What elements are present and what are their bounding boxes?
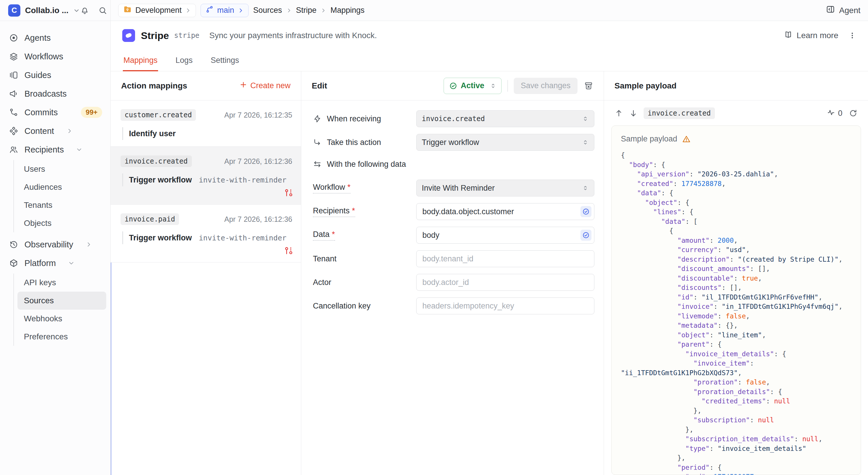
create-new-button[interactable]: Create new <box>239 81 290 91</box>
payload-card-title: Sample payload <box>621 134 677 144</box>
payload-line: "amount": 2000, <box>621 236 858 245</box>
learn-more-button[interactable]: Learn more <box>784 30 838 41</box>
action-mappings-title: Action mappings <box>121 81 187 91</box>
swap-arrows-icon <box>313 160 322 168</box>
tab-mappings[interactable]: Mappings <box>123 51 158 71</box>
select-chevrons-icon <box>582 139 589 146</box>
event-chip: customer.created <box>121 109 196 121</box>
recipients-control <box>416 203 594 220</box>
recipients-row: Recipients <box>313 203 592 220</box>
breadcrumb-item-mappings[interactable]: Mappings <box>330 6 365 15</box>
actor-control <box>416 274 594 291</box>
sidebar-item-agents[interactable]: Agents <box>0 29 110 47</box>
observability-icon <box>9 240 19 249</box>
recipients-icon <box>9 145 19 155</box>
sidebar-subsection: UsersAudiencesTenantsObjects <box>13 160 110 232</box>
mapping-timestamp: Apr 7 2026, 16:12:36 <box>224 157 292 166</box>
recipients-input[interactable] <box>416 203 594 220</box>
sidebar-item-tenants[interactable]: Tenants <box>18 196 106 214</box>
payload-line: "metadata": {}, <box>621 321 858 330</box>
data-label: Data <box>313 230 416 241</box>
sidebar-item-api-keys[interactable]: API keys <box>18 274 106 292</box>
uncommitted-changes-icon <box>283 246 292 256</box>
payload-line: "created": 1774528878, <box>621 179 858 189</box>
actor-input[interactable] <box>416 274 594 291</box>
sidebar-item-platform[interactable]: Platform <box>0 254 110 273</box>
kebab-menu-icon[interactable] <box>848 31 856 40</box>
sidebar-item-content[interactable]: Content <box>0 122 110 140</box>
workspace-switcher[interactable]: C Collab.io ... <box>8 4 80 17</box>
workspace-name: Collab.io ... <box>25 6 68 15</box>
notifications-bell-icon[interactable] <box>80 6 89 15</box>
sidebar-item-users[interactable]: Users <box>18 160 106 178</box>
payload-json[interactable]: { "body": { "api_version": "2026-03-25.d… <box>621 151 858 475</box>
sidebar-item-webhooks[interactable]: Webhooks <box>18 310 106 328</box>
delete-mapping-icon[interactable] <box>584 81 593 91</box>
mapping-status-row <box>121 188 292 198</box>
warning-triangle-icon <box>682 135 691 144</box>
sidebar-item-label: Workflows <box>25 52 63 61</box>
sidebar-item-observability[interactable]: Observability <box>0 235 110 254</box>
app-window: C Collab.io ... Development <box>0 0 868 475</box>
sidebar-item-objects[interactable]: Objects <box>18 214 106 232</box>
create-new-label: Create new <box>250 81 290 90</box>
chevron-down-icon <box>76 147 82 153</box>
workflow-select[interactable]: Invite With Reminder <box>416 180 594 196</box>
tab-settings[interactable]: Settings <box>210 51 240 71</box>
workspace-section: C Collab.io ... <box>0 0 111 21</box>
event-chip: invoice.paid <box>121 213 179 225</box>
sidebar-item-broadcasts[interactable]: Broadcasts <box>0 85 110 103</box>
mapping-item-top: invoice.paidApr 7 2026, 16:12:36 <box>121 213 292 225</box>
tenant-row: Tenant <box>313 250 592 267</box>
payload-line: "api_version": "2026-03-25.dahlia", <box>621 169 858 179</box>
refresh-icon[interactable] <box>849 109 858 118</box>
breadcrumb-environment[interactable]: Development <box>118 4 196 17</box>
sidebar-item-preferences[interactable]: Preferences <box>18 328 106 346</box>
source-page-header: Stripe stripe Sync your payments infrast… <box>111 21 868 71</box>
with-data-label: With the following data <box>313 160 406 169</box>
search-icon[interactable] <box>98 6 107 15</box>
data-input[interactable] <box>416 227 594 244</box>
when-receiving-select[interactable]: invoice.created <box>416 110 594 127</box>
arrow-up-icon[interactable] <box>615 109 623 118</box>
divider <box>507 80 508 92</box>
header-actions: Learn more <box>784 30 856 41</box>
select-chevrons-icon <box>490 83 497 89</box>
mapping-item-top: invoice.createdApr 7 2026, 16:12:36 <box>121 155 292 167</box>
source-description: Sync your payments infrastructure with K… <box>209 31 377 40</box>
tenant-input[interactable] <box>416 250 594 267</box>
mapping-action: Trigger workflow <box>129 233 192 243</box>
payload-card: Sample payload { "body": { "api_version"… <box>611 125 861 475</box>
arrow-down-icon[interactable] <box>629 109 638 118</box>
payload-line: "discount_amounts": [], <box>621 264 858 274</box>
take-action-control: Trigger workflow <box>416 134 594 151</box>
chevron-right-icon <box>238 7 244 13</box>
git-branch-icon <box>206 5 214 15</box>
breadcrumb-item-stripe[interactable]: Stripe <box>296 6 317 15</box>
mapping-list: customer.createdApr 7 2026, 16:12:35Iden… <box>111 100 301 475</box>
breadcrumb-item-sources[interactable]: Sources <box>253 6 282 15</box>
mapping-item-invoice.created[interactable]: invoice.createdApr 7 2026, 16:12:36Trigg… <box>111 147 301 204</box>
save-changes-button[interactable]: Save changes <box>514 78 578 94</box>
tab-logs[interactable]: Logs <box>175 51 193 71</box>
payload-line: "invoice_item_details": { <box>621 349 858 359</box>
chevron-right-icon <box>320 7 326 13</box>
chevron-right-icon <box>86 241 92 248</box>
take-action-select[interactable]: Trigger workflow <box>416 134 594 151</box>
status-select[interactable]: Active <box>444 78 501 94</box>
sidebar-item-recipients[interactable]: Recipients <box>0 140 110 159</box>
sidebar-item-sources[interactable]: Sources <box>18 292 106 310</box>
chevron-right-icon <box>286 7 292 13</box>
activity-icon <box>827 108 835 119</box>
cancellation-key-input[interactable] <box>416 297 594 314</box>
breadcrumb-branch[interactable]: main <box>200 4 249 17</box>
sidebar-item-guides[interactable]: Guides <box>0 66 110 85</box>
uncommitted-changes-icon <box>283 188 292 198</box>
sidebar-item-commits[interactable]: Commits99+ <box>0 103 110 122</box>
payload-line: }, <box>621 406 858 416</box>
mapping-item-invoice.paid[interactable]: invoice.paidApr 7 2026, 16:12:36Trigger … <box>111 204 301 262</box>
agent-panel-button[interactable]: Agent <box>826 5 861 16</box>
sidebar-item-audiences[interactable]: Audiences <box>18 178 106 196</box>
sidebar-item-workflows[interactable]: Workflows <box>0 47 110 66</box>
mapping-item-customer.created[interactable]: customer.createdApr 7 2026, 16:12:35Iden… <box>111 100 301 147</box>
